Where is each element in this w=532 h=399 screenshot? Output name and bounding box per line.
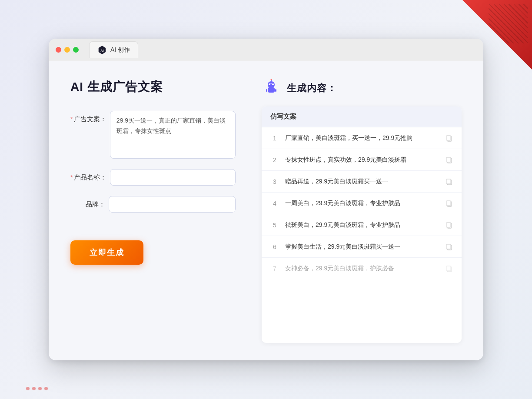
table-header: 仿写文案: [262, 106, 462, 127]
row-text: 掌握美白生活，29.9元美白淡斑霜买一送一: [285, 242, 439, 251]
tab-ai-creation[interactable]: AI AI 创作: [89, 41, 138, 58]
row-text: 专抹女性斑点，真实功效，29.9元美白淡斑霜: [285, 155, 439, 164]
robot-icon: [262, 79, 281, 98]
copy-icon[interactable]: [445, 156, 453, 164]
result-row: 6 掌握美白生活，29.9元美白淡斑霜买一送一: [262, 236, 462, 258]
maximize-button[interactable]: [73, 47, 79, 53]
browser-window: AI AI 创作 AI 生成广告文案 *广告文案： 29.9买一送一，真正的厂家…: [49, 39, 483, 360]
copy-icon[interactable]: [445, 200, 453, 207]
copy-icon[interactable]: [445, 178, 453, 186]
minimize-button[interactable]: [64, 47, 70, 53]
svg-rect-12: [446, 136, 451, 140]
main-content: AI 生成广告文案 *广告文案： 29.9买一送一，真正的厂家直销，美白淡斑霜，…: [49, 61, 483, 360]
result-row: 4 一周美白，29.9元美白淡斑霜，专业护肤品: [262, 193, 462, 214]
traffic-lights: [56, 47, 79, 53]
close-button[interactable]: [56, 47, 61, 53]
svg-point-5: [272, 83, 274, 85]
copy-icon[interactable]: [445, 134, 453, 142]
product-name-group: *产品名称： 美白淡斑霜: [70, 169, 236, 186]
svg-rect-6: [270, 83, 272, 84]
copy-icon[interactable]: [445, 265, 453, 273]
ad-copy-group: *广告文案： 29.9买一送一，真正的厂家直销，美白淡斑霜，专抹女性斑点: [70, 111, 236, 159]
bottom-decoration: [26, 387, 48, 390]
result-row: 2 专抹女性斑点，真实功效，29.9元美白淡斑霜: [262, 149, 462, 171]
ad-copy-label: *广告文案：: [70, 111, 106, 123]
svg-rect-16: [446, 179, 451, 184]
svg-rect-3: [268, 87, 275, 93]
row-number: 3: [270, 178, 279, 185]
result-row: 1 厂家直销，美白淡斑霜，买一送一，29.9元抢购: [262, 127, 462, 149]
ad-copy-textarea[interactable]: 29.9买一送一，真正的厂家直销，美白淡斑霜，专抹女性斑点: [110, 111, 236, 159]
result-rows-container: 1 厂家直销，美白淡斑霜，买一送一，29.9元抢购 2 专抹女性斑点，真实功效，…: [262, 127, 462, 279]
brand-input[interactable]: 好白: [109, 196, 236, 213]
row-number: 1: [270, 135, 279, 142]
row-text: 赠品再送，29.9元美白淡斑霜买一送一: [285, 177, 439, 186]
svg-rect-8: [275, 89, 276, 92]
page-title: AI 生成广告文案: [70, 79, 236, 95]
copy-icon[interactable]: [445, 221, 453, 229]
row-text: 厂家直销，美白淡斑霜，买一送一，29.9元抢购: [285, 133, 439, 143]
result-row: 7 女神必备，29.9元美白淡斑霜，护肤必备: [262, 258, 462, 279]
result-row: 5 祛斑美白，29.9元美白淡斑霜，专业护肤品: [262, 214, 462, 236]
row-text: 祛斑美白，29.9元美白淡斑霜，专业护肤品: [285, 220, 439, 229]
row-text: 女神必备，29.9元美白淡斑霜，护肤必备: [285, 264, 439, 273]
brand-label: 品牌：: [70, 196, 105, 209]
copy-icon[interactable]: [445, 243, 453, 251]
brand-group: 品牌： 好白: [70, 196, 236, 213]
svg-text:AI: AI: [100, 49, 103, 53]
row-number: 6: [270, 243, 279, 250]
svg-rect-7: [266, 89, 267, 92]
required-star-2: *: [70, 173, 73, 181]
row-number: 2: [270, 156, 279, 163]
generate-button[interactable]: 立即生成: [70, 240, 143, 265]
svg-rect-24: [446, 266, 451, 271]
svg-rect-20: [446, 223, 451, 227]
result-row: 3 赠品再送，29.9元美白淡斑霜买一送一: [262, 171, 462, 193]
product-name-input[interactable]: 美白淡斑霜: [110, 169, 236, 186]
result-title: 生成内容：: [287, 82, 337, 95]
svg-rect-18: [446, 201, 451, 206]
svg-rect-14: [446, 157, 451, 162]
row-number: 7: [270, 265, 279, 272]
result-table: 仿写文案 1 厂家直销，美白淡斑霜，买一送一，29.9元抢购 2 专抹女性斑点，…: [262, 106, 462, 343]
required-star: *: [70, 115, 73, 123]
row-text: 一周美白，29.9元美白淡斑霜，专业护肤品: [285, 199, 439, 208]
svg-point-4: [269, 83, 270, 85]
svg-point-10: [271, 79, 272, 80]
row-number: 5: [270, 222, 279, 229]
right-panel: 生成内容： 仿写文案 1 厂家直销，美白淡斑霜，买一送一，29.9元抢购 2 专…: [262, 79, 462, 343]
svg-rect-22: [446, 244, 451, 249]
left-panel: AI 生成广告文案 *广告文案： 29.9买一送一，真正的厂家直销，美白淡斑霜，…: [70, 79, 236, 343]
tab-label: AI 创作: [110, 46, 130, 54]
product-name-label: *产品名称：: [70, 169, 106, 182]
title-bar: AI AI 创作: [49, 39, 483, 61]
ai-tab-icon: AI: [97, 45, 107, 55]
row-number: 4: [270, 200, 279, 207]
result-header: 生成内容：: [262, 79, 462, 98]
